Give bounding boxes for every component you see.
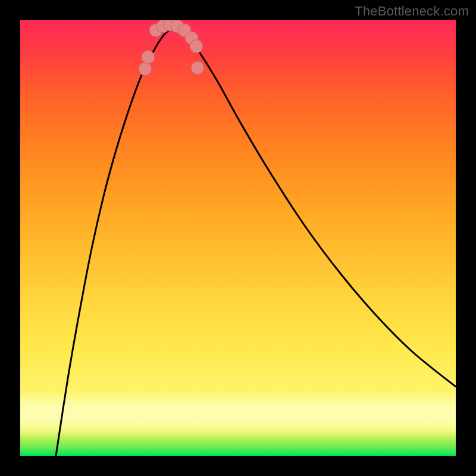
plot-area	[20, 20, 456, 456]
data-dot	[191, 61, 204, 74]
data-dot	[139, 62, 152, 76]
data-dot	[190, 40, 203, 53]
watermark-text: TheBottleneck.com	[355, 4, 469, 19]
data-dot	[142, 51, 155, 64]
curve-dots	[139, 20, 204, 76]
outer-frame: TheBottleneck.com	[0, 0, 476, 476]
bottleneck-curve	[56, 29, 456, 456]
curve-layer	[20, 20, 456, 456]
